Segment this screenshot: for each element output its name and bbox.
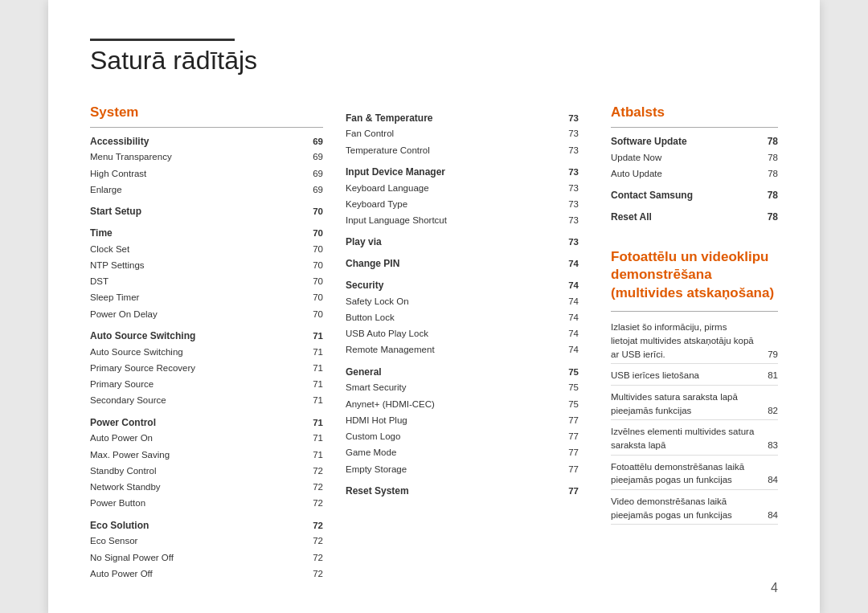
right-item-label: Auto Update bbox=[611, 167, 762, 181]
toc-item-page: 74 bbox=[563, 343, 579, 357]
col-right: Atbalsts Software Update78Update Now78Au… bbox=[611, 104, 778, 582]
toc-header-page: 69 bbox=[307, 135, 323, 149]
toc-item: USB Auto Play Lock74 bbox=[346, 326, 579, 342]
toc-item-page: 71 bbox=[307, 448, 323, 462]
toc-item-label: Safety Lock On bbox=[346, 295, 563, 309]
right-header-label: Contact Samsung bbox=[611, 188, 762, 202]
toc-item-label: Primary Source bbox=[90, 378, 307, 391]
toc-header-page: 71 bbox=[307, 329, 323, 343]
toc-item: No Signal Power Off72 bbox=[90, 550, 323, 566]
mid-toc: Fan & Temperature73Fan Control73Temperat… bbox=[346, 109, 579, 499]
toc-item-page: 77 bbox=[563, 414, 579, 427]
toc-item: Standby Control72 bbox=[90, 463, 323, 479]
toc-item-page: 73 bbox=[563, 182, 579, 195]
right-foto: Izlasiet šo informāciju, pirms lietojat … bbox=[611, 318, 778, 525]
foto-item-label: Izlasiet šo informāciju, pirms lietojat … bbox=[611, 321, 762, 361]
toc-item-label: Sleep Timer bbox=[90, 291, 307, 304]
toc-item-page: 77 bbox=[563, 463, 579, 476]
toc-header-page: 72 bbox=[307, 519, 323, 533]
foto-item-label: USB ierīces lietošana bbox=[611, 369, 762, 382]
foto-toc-item: Multivides satura saraksta lapā pieejamā… bbox=[611, 388, 778, 420]
toc-item-page: 74 bbox=[563, 311, 579, 325]
toc-item-page: 70 bbox=[307, 243, 323, 256]
right-header-page: 78 bbox=[762, 210, 778, 224]
toc-item: Empty Storage77 bbox=[346, 461, 579, 477]
toc-header-label: Fan & Temperature bbox=[346, 111, 563, 125]
toc-item: Auto Power On71 bbox=[90, 431, 323, 447]
right-header-label: Reset All bbox=[611, 210, 762, 224]
toc-item: Game Mode77 bbox=[346, 445, 579, 461]
col-mid: Fan & Temperature73Fan Control73Temperat… bbox=[346, 104, 579, 582]
toc-item: DST70 bbox=[90, 274, 323, 290]
toc-header-label: Security bbox=[346, 278, 563, 292]
toc-item: Remote Management74 bbox=[346, 342, 579, 358]
toc-group-header: Eco Solution72 bbox=[90, 517, 323, 533]
toc-group-header: Time70 bbox=[90, 224, 323, 241]
atbalsts-section: Atbalsts Software Update78Update Now78Au… bbox=[611, 104, 778, 226]
toc-group-header: Start Setup70 bbox=[90, 203, 323, 220]
toc-item-label: Custom Logo bbox=[346, 430, 563, 443]
toc-item: Keyboard Type73 bbox=[346, 196, 579, 212]
toc-item-page: 69 bbox=[307, 167, 323, 181]
toc-group-header: Fan & Temperature73 bbox=[346, 109, 579, 126]
toc-header-page: 70 bbox=[307, 227, 323, 240]
toc-item-label: Game Mode bbox=[346, 446, 563, 460]
toc-item-label: Keyboard Type bbox=[346, 198, 563, 211]
toc-group-header: Play via73 bbox=[346, 234, 579, 251]
right-toc-header: Software Update78 bbox=[611, 133, 778, 149]
toc-group-header: General75 bbox=[346, 363, 579, 380]
foto-toc-item: Izlasiet šo informāciju, pirms lietojat … bbox=[611, 318, 778, 364]
right-toc-item: Auto Update78 bbox=[611, 166, 778, 182]
toc-item: Anynet+ (HDMI-CEC)75 bbox=[346, 396, 579, 412]
foto-section: Fotoattēlu un videoklipu demonstrēšana (… bbox=[611, 248, 778, 525]
toc-header-label: Change PIN bbox=[346, 256, 563, 271]
toc-item-page: 70 bbox=[307, 275, 323, 288]
toc-item-label: Auto Power On bbox=[90, 431, 307, 445]
columns: System Accessibility69Menu Transparency6… bbox=[90, 104, 778, 582]
toc-item-label: Auto Source Switching bbox=[90, 345, 307, 359]
toc-item-page: 77 bbox=[563, 430, 579, 443]
atbalsts-heading: Atbalsts bbox=[611, 104, 778, 121]
page-container: Saturā rādītājs System Accessibility69Me… bbox=[48, 0, 820, 613]
toc-item-page: 73 bbox=[563, 198, 579, 211]
toc-group-header: Reset System77 bbox=[346, 482, 579, 499]
foto-toc-item: Fotoattēlu demonstrēšanas laikā pieejamā… bbox=[611, 458, 778, 490]
toc-header-page: 73 bbox=[563, 166, 579, 179]
toc-item: Max. Power Saving71 bbox=[90, 447, 323, 463]
toc-item: Secondary Source71 bbox=[90, 393, 323, 409]
title-bar bbox=[90, 39, 235, 41]
toc-item-label: Menu Transparency bbox=[90, 150, 307, 164]
toc-item: Menu Transparency69 bbox=[90, 149, 323, 166]
toc-item-label: Enlarge bbox=[90, 183, 307, 197]
toc-item-page: 71 bbox=[307, 362, 323, 375]
toc-header-page: 74 bbox=[563, 257, 579, 271]
toc-item-page: 72 bbox=[307, 567, 323, 581]
toc-item: Keyboard Language73 bbox=[346, 180, 579, 196]
right-header-page: 78 bbox=[762, 188, 778, 202]
toc-header-label: Accessibility bbox=[90, 134, 307, 149]
toc-header-page: 74 bbox=[563, 279, 579, 292]
toc-item-page: 73 bbox=[563, 214, 579, 227]
toc-item-label: Clock Set bbox=[90, 243, 307, 256]
right-item-page: 78 bbox=[762, 151, 778, 165]
toc-item: Enlarge69 bbox=[90, 182, 323, 198]
toc-header-page: 73 bbox=[563, 235, 579, 249]
toc-item-label: Smart Security bbox=[346, 381, 563, 394]
toc-item-page: 72 bbox=[307, 534, 323, 548]
toc-item: Button Lock74 bbox=[346, 309, 579, 325]
toc-header-page: 77 bbox=[563, 484, 579, 498]
toc-item-label: Auto Power Off bbox=[90, 567, 307, 581]
toc-item-label: USB Auto Play Lock bbox=[346, 327, 563, 341]
foto-item-page: 84 bbox=[762, 509, 778, 522]
foto-item-page: 81 bbox=[762, 369, 778, 382]
toc-item-label: Primary Source Recovery bbox=[90, 362, 307, 375]
toc-item-page: 77 bbox=[563, 446, 579, 460]
toc-header-label: Input Device Manager bbox=[346, 165, 563, 179]
toc-item-label: No Signal Power Off bbox=[90, 551, 307, 565]
toc-header-page: 71 bbox=[307, 416, 323, 430]
foto-item-label: Multivides satura saraksta lapā pieejamā… bbox=[611, 390, 762, 417]
col-left: System Accessibility69Menu Transparency6… bbox=[90, 104, 323, 582]
toc-item: Clock Set70 bbox=[90, 241, 323, 257]
toc-item-label: Input Language Shortcut bbox=[346, 214, 563, 227]
toc-item-page: 71 bbox=[307, 345, 323, 359]
